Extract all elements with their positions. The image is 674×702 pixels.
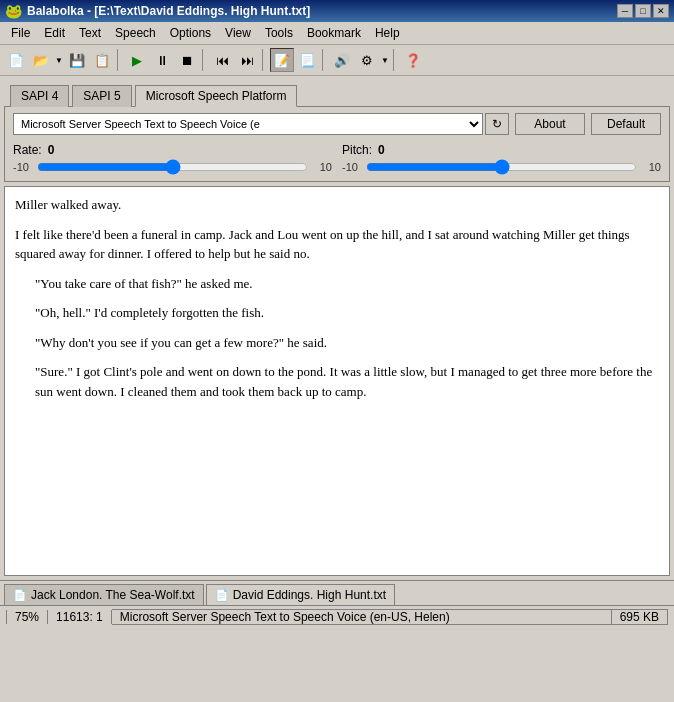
voice-settings-button[interactable]: 🔊 <box>330 48 354 72</box>
text-area[interactable]: Miller walked away. I felt like there'd … <box>5 187 669 575</box>
status-position: 11613: 1 <box>48 610 112 624</box>
menu-tools[interactable]: Tools <box>258 24 300 42</box>
title-bar-controls: ─ □ ✕ <box>617 4 669 18</box>
menu-edit[interactable]: Edit <box>37 24 72 42</box>
voice-row: Microsoft Server Speech Text to Speech V… <box>13 113 661 135</box>
doc-tab-highhunt-label: David Eddings. High Hunt.txt <box>233 588 386 602</box>
paragraph-4: "Oh, hell." I'd completely forgotten the… <box>35 303 659 323</box>
doc-tab-seawolf-icon: 📄 <box>13 589 27 602</box>
paragraph-6: "Sure." I got Clint's pole and went on d… <box>35 362 659 401</box>
rate-value: 0 <box>48 143 55 157</box>
new-file-button[interactable]: 📄 <box>4 48 28 72</box>
pitch-value: 0 <box>378 143 385 157</box>
title-bar-left: 🐸 Balabolka - [E:\Text\David Eddings. Hi… <box>5 3 310 19</box>
tab-sapi4[interactable]: SAPI 4 <box>10 85 69 107</box>
voice-panel: Microsoft Server Speech Text to Speech V… <box>4 107 670 182</box>
pitch-slider-group: Pitch: 0 -10 10 <box>342 143 661 175</box>
doc-tab-seawolf-label: Jack London. The Sea-Wolf.txt <box>31 588 195 602</box>
paragraph-5: "Why don't you see if you can get a few … <box>35 333 659 353</box>
default-button[interactable]: Default <box>591 113 661 135</box>
minimize-button[interactable]: ─ <box>617 4 633 18</box>
skip-back-button[interactable]: ⏮ <box>210 48 234 72</box>
speak-text-button[interactable]: 📝 <box>270 48 294 72</box>
menu-speech[interactable]: Speech <box>108 24 163 42</box>
save-button[interactable]: 💾 <box>65 48 89 72</box>
close-button[interactable]: ✕ <box>653 4 669 18</box>
toolbar-separator-1 <box>117 49 122 71</box>
copy-button[interactable]: 📋 <box>90 48 114 72</box>
title-text: Balabolka - [E:\Text\David Eddings. High… <box>27 4 310 18</box>
pitch-slider-track: -10 10 <box>342 159 661 175</box>
settings-dropdown-button[interactable]: ▼ <box>380 48 390 72</box>
status-bar: 75% 11613: 1 Microsoft Server Speech Tex… <box>0 605 674 627</box>
menu-bar: File Edit Text Speech Options View Tools… <box>0 22 674 45</box>
voice-section: SAPI 4 SAPI 5 Microsoft Speech Platform … <box>4 80 670 182</box>
pitch-slider[interactable] <box>366 159 637 175</box>
menu-help[interactable]: Help <box>368 24 407 42</box>
stop-button[interactable]: ⏹ <box>175 48 199 72</box>
pitch-min: -10 <box>342 161 362 173</box>
paragraph-2: I felt like there'd been a funeral in ca… <box>15 225 659 264</box>
toolbar: 📄 📂 ▼ 💾 📋 ▶ ⏸ ⏹ ⏮ ⏭ 📝 📃 🔊 ⚙ ▼ ❓ <box>0 45 674 76</box>
refresh-voices-button[interactable]: ↻ <box>485 113 509 135</box>
app-icon: 🐸 <box>5 3 22 19</box>
doc-tab-highhunt[interactable]: 📄 David Eddings. High Hunt.txt <box>206 584 395 605</box>
toolbar-separator-3 <box>262 49 267 71</box>
rate-slider[interactable] <box>37 159 308 175</box>
rate-max: 10 <box>312 161 332 173</box>
rate-slider-track: -10 10 <box>13 159 332 175</box>
doc-tab-seawolf[interactable]: 📄 Jack London. The Sea-Wolf.txt <box>4 584 204 605</box>
doc-tab-highhunt-icon: 📄 <box>215 589 229 602</box>
menu-view[interactable]: View <box>218 24 258 42</box>
menu-text[interactable]: Text <box>72 24 108 42</box>
title-bar: 🐸 Balabolka - [E:\Text\David Eddings. Hi… <box>0 0 674 22</box>
status-zoom: 75% <box>6 610 48 624</box>
skip-forward-button[interactable]: ⏭ <box>235 48 259 72</box>
settings-button[interactable]: ⚙ <box>355 48 379 72</box>
pitch-label: Pitch: 0 <box>342 143 661 157</box>
open-dropdown-button[interactable]: ▼ <box>54 48 64 72</box>
help-button[interactable]: ❓ <box>401 48 425 72</box>
about-button[interactable]: About <box>515 113 585 135</box>
rate-label: Rate: 0 <box>13 143 332 157</box>
text-area-container: Miller walked away. I felt like there'd … <box>4 186 670 576</box>
doc-tabs: 📄 Jack London. The Sea-Wolf.txt 📄 David … <box>0 580 674 605</box>
menu-bookmark[interactable]: Bookmark <box>300 24 368 42</box>
status-voice: Microsoft Server Speech Text to Speech V… <box>112 609 612 625</box>
menu-file[interactable]: File <box>4 24 37 42</box>
open-file-button[interactable]: 📂 <box>29 48 53 72</box>
toolbar-separator-5 <box>393 49 398 71</box>
tab-microsoft-speech[interactable]: Microsoft Speech Platform <box>135 85 298 107</box>
status-filesize: 695 KB <box>612 609 668 625</box>
sliders-row: Rate: 0 -10 10 Pitch: 0 -10 10 <box>13 143 661 175</box>
pitch-max: 10 <box>641 161 661 173</box>
play-button[interactable]: ▶ <box>125 48 149 72</box>
toolbar-separator-2 <box>202 49 207 71</box>
rate-slider-group: Rate: 0 -10 10 <box>13 143 332 175</box>
pause-button[interactable]: ⏸ <box>150 48 174 72</box>
tab-sapi5[interactable]: SAPI 5 <box>72 85 131 107</box>
paragraph-1: Miller walked away. <box>15 195 659 215</box>
speak-clipboard-button[interactable]: 📃 <box>295 48 319 72</box>
toolbar-separator-4 <box>322 49 327 71</box>
paragraph-3: "You take care of that fish?" he asked m… <box>35 274 659 294</box>
menu-options[interactable]: Options <box>163 24 218 42</box>
voice-select[interactable]: Microsoft Server Speech Text to Speech V… <box>13 113 483 135</box>
restore-button[interactable]: □ <box>635 4 651 18</box>
voice-select-container: Microsoft Server Speech Text to Speech V… <box>13 113 509 135</box>
rate-min: -10 <box>13 161 33 173</box>
tabs-area: SAPI 4 SAPI 5 Microsoft Speech Platform <box>4 80 670 107</box>
